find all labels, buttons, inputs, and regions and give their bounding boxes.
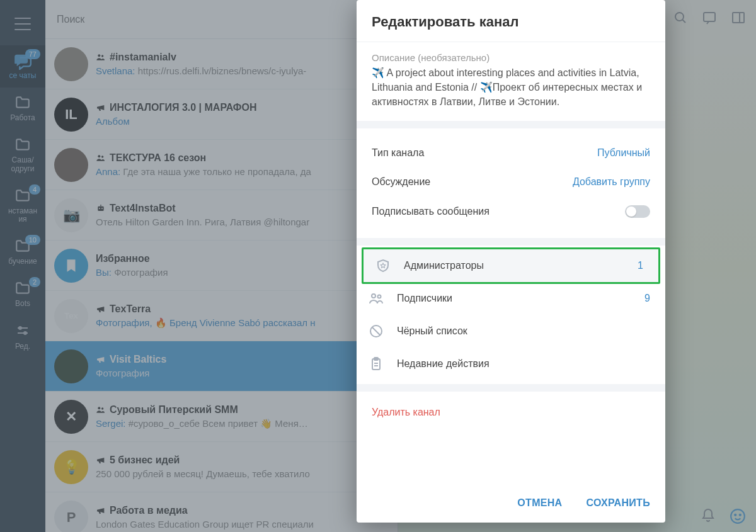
sign-messages-toggle[interactable]: [625, 205, 650, 218]
settings-section: Тип канала Публичный Обсуждение Добавить…: [357, 128, 665, 246]
svg-point-23: [378, 295, 381, 298]
blacklist-row[interactable]: Чёрный список: [357, 315, 665, 348]
clipboard-icon: [365, 356, 387, 371]
edit-channel-dialog: Редактировать канал Описание (необязател…: [357, 0, 665, 523]
subscribers-row[interactable]: Подписчики 9: [357, 282, 665, 315]
block-icon: [365, 324, 387, 339]
admins-label: Администраторы: [404, 260, 484, 271]
discussion-row[interactable]: Обсуждение Добавить группу: [372, 167, 650, 196]
sign-messages-row: Подписывать сообщения: [372, 196, 650, 227]
sign-messages-label: Подписывать сообщения: [372, 206, 490, 217]
dialog-footer: ОТМЕНА СОХРАНИТЬ: [357, 487, 665, 523]
dialog-title: Редактировать канал: [357, 0, 665, 42]
svg-line-25: [372, 327, 381, 335]
delete-channel-link[interactable]: Удалить канал: [357, 392, 665, 433]
admins-count: 1: [638, 260, 643, 271]
channel-type-row[interactable]: Тип канала Публичный: [372, 139, 650, 167]
admins-highlight: Администраторы 1: [362, 247, 660, 284]
dialog-body: Описание (необязательно) ✈️ A project ab…: [357, 42, 665, 487]
channel-type-label: Тип канала: [372, 147, 424, 159]
subscribers-label: Подписчики: [397, 293, 452, 304]
description-label: Описание (необязательно): [372, 52, 650, 63]
description-text: ✈️ A project about interesting places an…: [372, 65, 650, 110]
people-icon: [365, 291, 387, 306]
save-button[interactable]: СОХРАНИТЬ: [586, 497, 650, 509]
svg-point-22: [372, 294, 375, 298]
cancel-button[interactable]: ОТМЕНА: [517, 497, 562, 509]
shield-icon: [372, 258, 394, 273]
subscribers-count: 9: [644, 293, 650, 304]
recent-actions-row[interactable]: Недавние действия: [357, 348, 665, 380]
channel-type-value: Публичный: [597, 147, 650, 159]
discussion-label: Обсуждение: [372, 176, 430, 188]
discussion-value: Добавить группу: [573, 176, 650, 188]
management-section: Администраторы 1 Подписчики 9 Чёрный спи…: [357, 246, 665, 392]
description-section[interactable]: Описание (необязательно) ✈️ A project ab…: [357, 42, 665, 128]
admins-row[interactable]: Администраторы 1: [364, 249, 658, 282]
blacklist-label: Чёрный список: [397, 325, 467, 337]
recent-actions-label: Недавние действия: [397, 358, 490, 370]
